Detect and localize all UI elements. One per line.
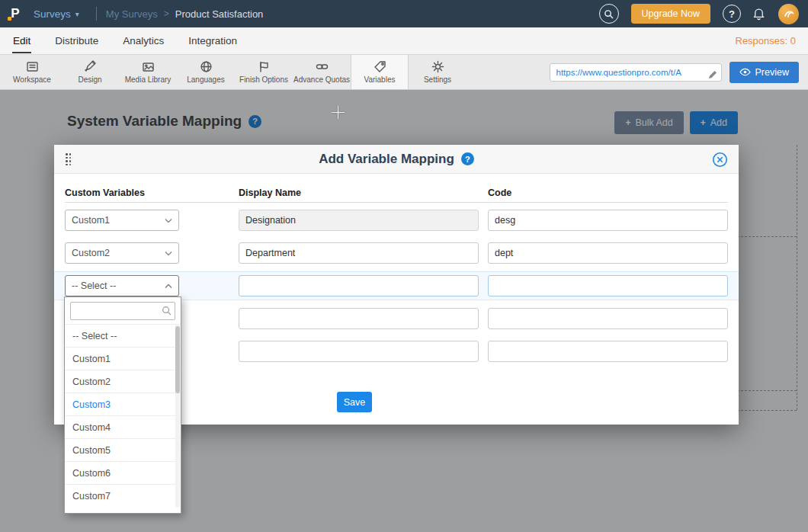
search-button[interactable] bbox=[599, 4, 619, 24]
toolbar-item-label: Design bbox=[78, 75, 101, 84]
breadcrumb-separator: > bbox=[164, 8, 169, 19]
survey-url-text: https://www.questionpro.com/t/A bbox=[556, 68, 681, 77]
toolbar-item-label: Media Library bbox=[125, 75, 172, 84]
toolbar-item-label: Finish Options bbox=[239, 75, 288, 84]
responses-count[interactable]: Responses: 0 bbox=[736, 35, 797, 46]
toolbar-item-advance-quotas[interactable]: Advance Quotas bbox=[293, 55, 351, 89]
modal-title: Add Variable Mapping bbox=[319, 152, 454, 167]
toolbar-item-label: Settings bbox=[424, 75, 451, 84]
select-value: Custom1 bbox=[72, 215, 110, 226]
modal-help-icon[interactable]: ? bbox=[461, 152, 474, 165]
design-icon bbox=[84, 60, 97, 73]
preview-label: Preview bbox=[755, 67, 789, 78]
custom-variable-select-open[interactable]: -- Select -- bbox=[65, 275, 179, 296]
languages-icon bbox=[200, 60, 213, 73]
code-input[interactable] bbox=[488, 341, 728, 362]
drag-handle-icon[interactable] bbox=[66, 153, 72, 166]
modal-header: Add Variable Mapping ? bbox=[54, 145, 739, 174]
save-button[interactable]: Save bbox=[337, 392, 372, 412]
avatar-doodle-icon bbox=[783, 8, 795, 20]
search-icon bbox=[604, 9, 614, 19]
toolbar-item-label: Workspace bbox=[13, 75, 51, 84]
edit-toolbar: Workspace Design Media Library Languages… bbox=[0, 55, 808, 90]
code-input[interactable] bbox=[488, 242, 728, 264]
dropdown-option-highlighted[interactable]: Custom3 bbox=[65, 393, 181, 415]
survey-url-input[interactable]: https://www.questionpro.com/t/A bbox=[550, 63, 722, 82]
dropdown-option[interactable]: Custom5 bbox=[65, 438, 181, 461]
custom-variable-select[interactable]: Custom2 bbox=[65, 242, 179, 264]
eye-icon bbox=[739, 67, 751, 77]
toolbar-item-variables[interactable]: Variables bbox=[351, 55, 409, 89]
upgrade-now-button[interactable]: Upgrade Now bbox=[631, 4, 710, 24]
toolbar-item-label: Variables bbox=[364, 75, 396, 84]
scrollbar-track bbox=[175, 324, 180, 507]
tab-distribute[interactable]: Distribute bbox=[54, 29, 99, 53]
custom-variable-select[interactable]: Custom1 bbox=[65, 210, 179, 231]
display-name-input[interactable] bbox=[239, 210, 479, 231]
code-input[interactable] bbox=[488, 210, 728, 231]
dropdown-option[interactable]: Custom4 bbox=[65, 415, 181, 438]
preview-button[interactable]: Preview bbox=[729, 62, 799, 83]
select-value: -- Select -- bbox=[72, 280, 116, 291]
column-display-name: Display Name bbox=[239, 187, 488, 198]
display-name-input[interactable] bbox=[239, 308, 479, 329]
toolbar-item-languages[interactable]: Languages bbox=[177, 55, 235, 89]
code-input[interactable] bbox=[488, 275, 728, 296]
tab-analytics[interactable]: Analytics bbox=[122, 29, 165, 53]
select-value: Custom2 bbox=[72, 248, 110, 258]
top-bar: P Surveys ▾ My Surveys > Product Satisfa… bbox=[0, 0, 808, 27]
notifications-button[interactable] bbox=[752, 7, 766, 21]
app-window: P Surveys ▾ My Surveys > Product Satisfa… bbox=[0, 0, 808, 532]
custom-variable-dropdown-panel: -- Select -- Custom1 Custom2 Custom3 Cus… bbox=[64, 296, 181, 514]
breadcrumb-current-survey: Product Satisfaction bbox=[175, 8, 264, 20]
divider bbox=[96, 7, 97, 21]
workspace-icon bbox=[26, 60, 39, 73]
display-name-input[interactable] bbox=[239, 341, 479, 362]
chevron-down-icon bbox=[165, 251, 172, 256]
mapping-row: Custom1 bbox=[65, 210, 728, 231]
scrollbar-thumb[interactable] bbox=[175, 326, 180, 393]
questionpro-logo: P bbox=[9, 6, 21, 21]
dropdown-option[interactable]: -- Select -- bbox=[65, 324, 181, 347]
dropdown-search-input[interactable] bbox=[70, 302, 175, 320]
dropdown-option[interactable]: Custom1 bbox=[65, 347, 181, 370]
toolbar-item-label: Advance Quotas bbox=[293, 75, 350, 84]
toolbar-item-label: Languages bbox=[187, 75, 225, 84]
dropdown-option[interactable]: Custom6 bbox=[65, 461, 181, 484]
help-button[interactable]: ? bbox=[723, 5, 741, 23]
surveys-dropdown[interactable]: Surveys ▾ bbox=[32, 8, 87, 20]
toolbar-item-finish-options[interactable]: Finish Options bbox=[235, 55, 293, 89]
toolbar-item-design[interactable]: Design bbox=[61, 55, 119, 89]
tab-edit[interactable]: Edit bbox=[12, 29, 31, 53]
nav-bar: Edit Distribute Analytics Integration Re… bbox=[0, 27, 808, 55]
display-name-input[interactable] bbox=[239, 242, 479, 264]
mapping-row-active: -- Select -- bbox=[54, 275, 739, 296]
media-library-icon bbox=[142, 60, 155, 73]
code-input[interactable] bbox=[488, 308, 728, 329]
dropdown-options-list: -- Select -- Custom1 Custom2 Custom3 Cus… bbox=[65, 324, 181, 507]
chevron-down-icon: ▾ bbox=[75, 10, 79, 18]
toolbar-item-media-library[interactable]: Media Library bbox=[119, 55, 177, 89]
chevron-up-icon bbox=[165, 284, 172, 289]
column-headers: Custom Variables Display Name Code bbox=[65, 183, 728, 203]
finish-options-icon bbox=[258, 60, 271, 73]
display-name-input[interactable] bbox=[239, 275, 479, 296]
close-icon bbox=[712, 152, 728, 168]
variables-icon bbox=[374, 60, 386, 73]
mapping-row: Custom2 bbox=[65, 242, 728, 264]
dropdown-option[interactable]: Custom7 bbox=[65, 484, 181, 507]
bell-icon bbox=[752, 7, 766, 21]
search-icon bbox=[162, 306, 172, 316]
avatar[interactable] bbox=[778, 4, 799, 24]
breadcrumb-my-surveys[interactable]: My Surveys bbox=[106, 8, 158, 20]
column-code: Code bbox=[488, 187, 728, 198]
surveys-label: Surveys bbox=[34, 8, 71, 20]
toolbar-item-settings[interactable]: Settings bbox=[409, 55, 467, 89]
dropdown-option[interactable]: Custom2 bbox=[65, 370, 181, 393]
edit-url-pencil-icon[interactable] bbox=[708, 68, 717, 82]
close-button[interactable] bbox=[712, 152, 728, 168]
toolbar-item-workspace[interactable]: Workspace bbox=[3, 55, 61, 89]
tab-integration[interactable]: Integration bbox=[188, 29, 238, 53]
advance-quotas-icon bbox=[316, 60, 329, 73]
column-custom-variables: Custom Variables bbox=[65, 187, 239, 198]
